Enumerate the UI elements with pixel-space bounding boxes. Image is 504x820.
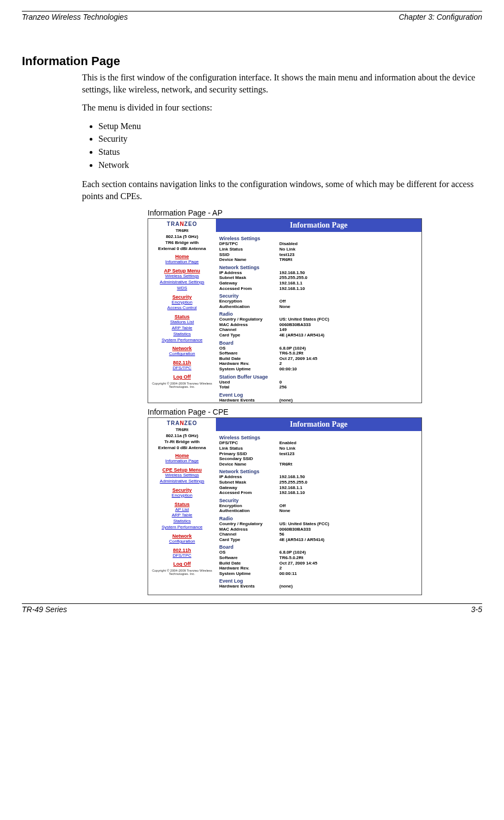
- label-secondary-ssid: Secondary SSID: [219, 456, 279, 462]
- value-channel: 149: [279, 327, 418, 333]
- nav-link-encryption[interactable]: Encryption: [149, 300, 215, 306]
- label-ip: IP Address: [219, 474, 279, 480]
- intro-paragraph-3: Each section contains navigation links t…: [82, 178, 482, 202]
- value-mac: 0060B30BA333: [279, 527, 418, 532]
- nav-link-stations-list[interactable]: Stations List: [149, 319, 215, 325]
- label-software: Software: [219, 555, 279, 561]
- value-hw-events: (none): [279, 584, 418, 589]
- value-hw-events: (none): [279, 398, 418, 403]
- header-right: Chapter 3: Configuration: [398, 13, 482, 21]
- section-network: Network Settings: [219, 469, 418, 474]
- nav-link-information-page[interactable]: Information Page: [149, 259, 215, 265]
- nav-link-ap-list[interactable]: AP List: [149, 507, 215, 513]
- section-security: Security: [219, 498, 418, 503]
- label-primary-ssid: Primary SSID: [219, 451, 279, 457]
- value-device-name: TR6Rt: [279, 462, 418, 467]
- nav-link-access-control[interactable]: Access Control: [149, 305, 215, 311]
- nav-link-wireless-settings[interactable]: Wireless Settings: [149, 274, 215, 280]
- value-uptime: 00:00:11: [279, 571, 418, 577]
- label-total: Total: [219, 385, 279, 390]
- list-item: Setup Menu: [98, 120, 482, 132]
- value-ip: 192.168.1.50: [279, 474, 418, 480]
- device-band: 802.11a (5 GHz): [149, 234, 215, 239]
- label-encryption: Encryption: [219, 299, 279, 304]
- label-os: OS: [219, 550, 279, 555]
- nav-link-configuration[interactable]: Configuration: [149, 539, 215, 545]
- copyright: Copyright © 2004-2009 Tranzeo Wireless T…: [149, 382, 215, 388]
- section-network: Network Settings: [219, 265, 418, 270]
- label-accessed-from: Accessed From: [219, 286, 279, 292]
- header-left: Tranzeo Wireless Technologies: [22, 13, 128, 21]
- label-hw-rev: Hardware Rev.: [219, 566, 279, 571]
- label-mac: MAC Address: [219, 527, 279, 532]
- label-auth: Authentication: [219, 508, 279, 514]
- device-desc-2: External 0 dBi Antenna: [149, 445, 215, 450]
- nav-network: Network: [149, 346, 215, 351]
- device-desc-1: TR6 Bridge with: [149, 240, 215, 245]
- nav-link-information-page[interactable]: Information Page: [149, 458, 215, 464]
- label-subnet: Subnet Mask: [219, 275, 279, 281]
- value-build-date: Oct 27, 2009 14:45: [279, 561, 418, 566]
- section-title: Information Page: [22, 54, 482, 68]
- menu-sections-list: Setup Menu Security Status Network: [82, 120, 482, 171]
- label-software: Software: [219, 351, 279, 356]
- nav-link-admin-settings[interactable]: Administrative Settings: [149, 280, 215, 286]
- section-board: Board: [219, 544, 418, 550]
- section-wireless: Wireless Settings: [219, 435, 418, 440]
- nav-link-dfs-tpc[interactable]: DFS/TPC: [149, 553, 215, 559]
- nav-link-system-performance[interactable]: System Performance: [149, 338, 215, 344]
- label-channel: Channel: [219, 532, 279, 537]
- list-item: Network: [98, 159, 482, 171]
- value-link-status: No Link: [279, 247, 418, 252]
- list-item: Security: [98, 133, 482, 145]
- value-channel: 56: [279, 532, 418, 537]
- value-ssid: test123: [279, 252, 418, 258]
- value-subnet: 255.255.255.0: [279, 275, 418, 281]
- nav-link-arp-table[interactable]: ARP Table: [149, 325, 215, 332]
- value-encryption: Off: [279, 503, 418, 509]
- value-dfs-tpc: Disabled: [279, 241, 418, 247]
- value-os: 6.8.0P (1024): [279, 550, 418, 555]
- label-channel: Channel: [219, 327, 279, 333]
- nav-link-statistics[interactable]: Statistics: [149, 519, 215, 525]
- nav-log-off[interactable]: Log Off: [149, 374, 215, 380]
- label-hw-events: Hardware Events: [219, 398, 279, 403]
- nav-link-configuration[interactable]: Configuration: [149, 351, 215, 357]
- label-ssid: SSID: [219, 252, 279, 258]
- label-subnet: Subnet Mask: [219, 480, 279, 485]
- value-country: US: United States (FCC): [279, 317, 418, 322]
- label-encryption: Encryption: [219, 503, 279, 509]
- screenshot-ap: TRANZEO TR6Rt 802.11a (5 GHz) TR6 Bridge…: [148, 218, 422, 403]
- section-board: Board: [219, 340, 418, 346]
- nav-status: Status: [149, 314, 215, 319]
- nav-80211h: 802.11h: [149, 360, 215, 365]
- value-accessed-from: 192.168.1.10: [279, 286, 418, 292]
- nav-log-off[interactable]: Log Off: [149, 561, 215, 567]
- nav-link-wds[interactable]: WDS: [149, 286, 215, 292]
- value-accessed-from: 192.168.1.10: [279, 490, 418, 496]
- nav-link-arp-table[interactable]: ARP Table: [149, 513, 215, 519]
- label-link-status: Link Status: [219, 446, 279, 451]
- section-security: Security: [219, 293, 418, 299]
- value-secondary-ssid: [279, 456, 418, 462]
- nav-link-admin-settings[interactable]: Administrative Settings: [149, 479, 215, 485]
- label-accessed-from: Accessed From: [219, 490, 279, 496]
- device-desc-2: External 0 dBi Antenna: [149, 246, 215, 251]
- label-ip: IP Address: [219, 270, 279, 276]
- value-ip: 192.168.1.50: [279, 270, 418, 276]
- page-header: Tranzeo Wireless Technologies Chapter 3:…: [22, 11, 482, 21]
- nav-link-dfs-tpc[interactable]: DFS/TPC: [149, 365, 215, 371]
- value-auth: None: [279, 508, 418, 514]
- value-build-date: Oct 27, 2009 14:45: [279, 356, 418, 362]
- nav-link-system-performance[interactable]: System Performance: [149, 525, 215, 531]
- nav-security: Security: [149, 487, 215, 493]
- nav-link-encryption[interactable]: Encryption: [149, 493, 215, 499]
- value-card-type: 4E (AR5413 / AR5414): [279, 333, 418, 338]
- label-hw-rev: Hardware Rev.: [219, 361, 279, 367]
- nav-link-statistics[interactable]: Statistics: [149, 332, 215, 338]
- label-gateway: Gateway: [219, 485, 279, 491]
- value-total: 256: [279, 385, 418, 390]
- section-event-log: Event Log: [219, 392, 418, 398]
- nav-link-wireless-settings[interactable]: Wireless Settings: [149, 473, 215, 479]
- intro-paragraph-2: The menu is divided in four sections:: [82, 102, 482, 114]
